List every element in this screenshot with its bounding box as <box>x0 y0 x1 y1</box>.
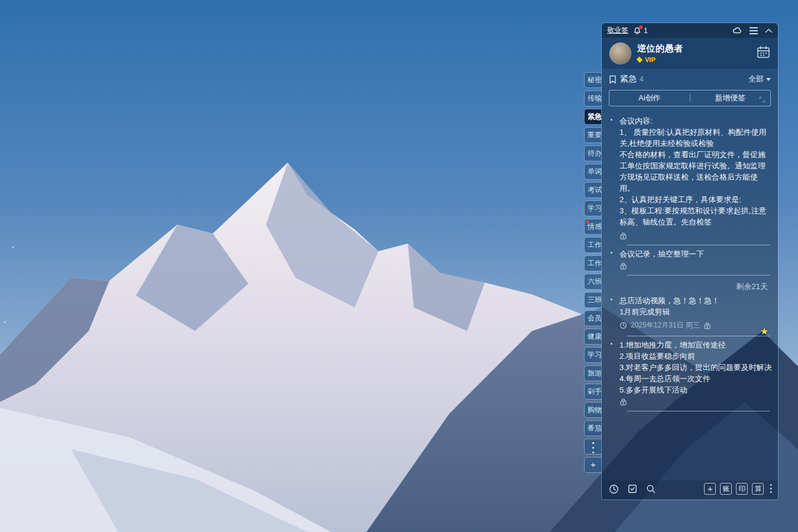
category-tab-1[interactable]: 传输 <box>584 90 602 106</box>
notification-badge-dot <box>639 25 643 29</box>
app-title: 敬业签 <box>607 25 628 35</box>
avatar[interactable] <box>609 43 631 64</box>
vip-gem-icon <box>637 57 643 63</box>
cloud-sync-icon[interactable] <box>732 27 742 34</box>
category-tab-16[interactable]: 旅游 <box>584 365 602 381</box>
note-bullet <box>611 252 612 254</box>
category-tab-15[interactable]: 学习 <box>584 347 602 363</box>
search-icon[interactable] <box>646 484 656 494</box>
category-tab-0[interactable]: 秘密 <box>584 72 602 88</box>
add-category-tab[interactable]: + <box>584 457 602 473</box>
todo-checkbox-icon[interactable] <box>628 484 637 494</box>
vip-badge: VIP <box>645 56 656 63</box>
category-tab-10[interactable]: 工作 <box>584 255 602 271</box>
category-tab-6[interactable]: 考试 <box>584 182 602 198</box>
ai-create-button[interactable]: Ai创作 <box>609 90 690 106</box>
notification-bell-icon[interactable] <box>633 27 641 35</box>
category-tab-rail: 秘密传输紧急重要待办单词考试学习情感工作工作六班三班会员健康学习旅游剁手购物番茄… <box>584 72 602 475</box>
user-name: 逆位的愚者 <box>637 43 757 54</box>
note-divider <box>627 275 770 275</box>
caret-down-icon <box>766 78 771 81</box>
reminder-clock-icon <box>619 322 627 329</box>
countdown-label: 剩余21天 <box>602 275 778 292</box>
lock-icon <box>619 232 627 239</box>
note-text: 会议内容: 1、 质量控制:认真把好原材料、构配件使用 关,杜绝使用未经检验或检… <box>619 115 773 229</box>
more-tabs-icon[interactable]: ••• <box>584 439 602 455</box>
category-tab-11[interactable]: 六班 <box>584 274 602 290</box>
time-reminder-icon[interactable] <box>609 484 619 494</box>
add-note-button[interactable]: + <box>704 483 716 495</box>
note-bullet <box>611 119 612 121</box>
category-tab-3[interactable]: 重要 <box>584 127 602 143</box>
notification-count: 1 <box>644 27 648 35</box>
filter-dropdown[interactable]: 全部 <box>748 74 771 85</box>
drag-handle-dots[interactable]: ••• <box>770 484 772 494</box>
desktop: 秘密传输紧急重要待办单词考试学习情感工作工作六班三班会员健康学习旅游剁手购物番茄… <box>0 0 798 532</box>
action-bar: Ai创作 新增便签 <box>609 90 771 106</box>
category-tab-4[interactable]: 待办 <box>584 145 602 161</box>
note-text: 1.增加地推力度，增加宣传途径 2.项目收益要稳步向前 3.对老客户多多回访，提… <box>619 339 773 395</box>
category-tab-8[interactable]: 情感 <box>584 219 602 235</box>
note-item-1[interactable]: 会议内容: 1、 质量控制:认真把好原材料、构配件使用 关,杜绝使用未经检验或检… <box>602 112 778 245</box>
lock-icon <box>619 398 627 406</box>
category-tab-9[interactable]: 工作 <box>584 237 602 253</box>
collapse-chevron-icon[interactable] <box>765 28 773 33</box>
category-tab-13[interactable]: 会员 <box>584 310 602 326</box>
note-text: 会议记录，抽空整理一下 <box>619 248 773 259</box>
new-note-button[interactable]: 新增便签 <box>690 90 771 106</box>
note-item-2[interactable]: 会议记录，抽空整理一下 <box>602 245 778 275</box>
calculator-button[interactable]: 算 <box>752 483 764 495</box>
menu-icon[interactable] <box>750 27 758 34</box>
user-section: 逆位的愚者 VIP <box>602 38 778 69</box>
tab-red-dot <box>586 220 589 223</box>
sticky-note-panel: 敬业签 1 逆位的愚者 VIP <box>601 22 778 500</box>
category-tab-2[interactable]: 紧急 <box>584 109 602 125</box>
lock-icon <box>703 322 711 329</box>
category-tab-19[interactable]: 番茄 <box>584 420 602 436</box>
note-divider <box>627 411 770 411</box>
category-count: 4 <box>640 75 644 83</box>
calendar-icon[interactable] <box>757 46 770 61</box>
category-tab-7[interactable]: 学习 <box>584 200 602 216</box>
category-tab-12[interactable]: 三班 <box>584 292 602 308</box>
note-bullet <box>611 343 612 345</box>
note-date: 2025年12月31日 周三 <box>631 320 700 330</box>
expand-icon[interactable] <box>759 95 765 105</box>
category-tab-5[interactable]: 单词 <box>584 164 602 180</box>
note-item-3[interactable]: 总店活动视频，急！急！急！ 1月前完成剪辑 2025年12月31日 周三 ★ <box>602 292 778 336</box>
star-icon[interactable]: ★ <box>760 327 768 336</box>
panel-titlebar: 敬业签 1 <box>602 23 778 38</box>
category-tab-17[interactable]: 剁手 <box>584 384 602 400</box>
note-text: 总店活动视频，急！急！急！ 1月前完成剪辑 <box>619 295 773 317</box>
category-name: 紧急 <box>620 74 637 85</box>
lock-icon <box>619 262 627 270</box>
bookmark-icon <box>609 75 617 84</box>
print-button[interactable]: 印 <box>736 483 748 495</box>
accounting-button[interactable]: 账 <box>720 483 732 495</box>
note-item-4[interactable]: 1.增加地推力度，增加宣传途径 2.项目收益要稳步向前 3.对老客户多多回访，提… <box>602 336 778 411</box>
category-tab-14[interactable]: 健康 <box>584 329 602 345</box>
notes-list: 会议内容: 1、 质量控制:认真把好原材料、构配件使用 关,杜绝使用未经检验或检… <box>602 108 778 499</box>
panel-body: 紧急 4 全部 Ai创作 新增便签 会议内容: 1、 质量控制:认真把好原材 <box>602 69 778 499</box>
note-bullet <box>611 299 612 300</box>
category-tab-18[interactable]: 购物 <box>584 402 602 418</box>
bottom-toolbar: + 账 印 算 ••• <box>602 481 778 499</box>
category-header: 紧急 4 全部 <box>602 69 778 86</box>
